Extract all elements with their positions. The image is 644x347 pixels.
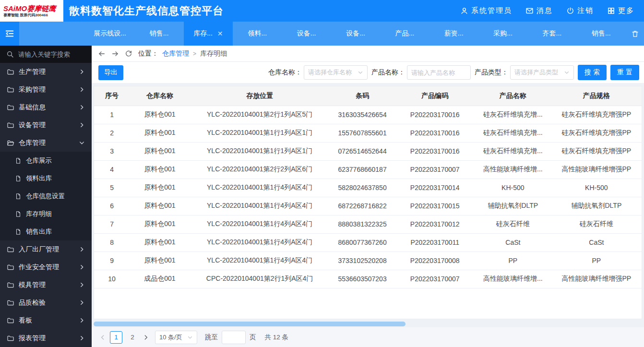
search-button[interactable]: 搜索: [578, 65, 607, 80]
chevron-right-icon: [79, 299, 85, 306]
sidebar: 生产管理采购管理基础信息设备管理仓库管理仓库展示领料出库仓库信息设置库存明细销售…: [0, 46, 92, 347]
column-header[interactable]: 产品名称: [475, 86, 551, 106]
tab-9[interactable]: 采购...: [478, 22, 527, 46]
horizontal-scrollbar-thumb[interactable]: [94, 322, 405, 326]
forward-icon[interactable]: [111, 50, 119, 58]
page-size-select[interactable]: 10 条/页: [155, 331, 197, 344]
sidebar-search[interactable]: [0, 46, 92, 63]
trash-icon: [631, 30, 639, 38]
sidebar-subitem-label: 仓库展示: [26, 156, 52, 165]
column-header[interactable]: 产品规格: [551, 86, 642, 106]
jump-page-input[interactable]: [222, 331, 246, 344]
table-cell: PP: [551, 251, 642, 270]
sidebar-item-label: 生产管理: [19, 68, 46, 76]
sidebar-subitem[interactable]: 领料出库: [0, 169, 92, 187]
table-row[interactable]: 9原料仓001YLC-20220104001第1行4列A区4门373310252…: [94, 251, 642, 270]
next-page-icon[interactable]: [143, 334, 149, 341]
product-type-select[interactable]: 请选择产品类型: [510, 65, 574, 80]
sidebar-item[interactable]: 报表管理: [0, 329, 92, 347]
folder-icon: [7, 104, 14, 111]
tab-2[interactable]: 销售...: [134, 22, 183, 46]
content-area: 位置： 仓库管理 > 库存明细 导出 仓库名称： 请选择仓库名称: [92, 46, 644, 347]
page-button-2[interactable]: 2: [126, 331, 139, 344]
sidebar-item[interactable]: 品质检验: [0, 294, 92, 311]
table-row[interactable]: 3原料仓001YLC-20220104001第1行1列A区1门072651465…: [94, 142, 642, 160]
tab-3[interactable]: 库存...✕: [184, 22, 233, 46]
page-button-1[interactable]: 1: [110, 331, 122, 344]
sidebar-item[interactable]: 仓库管理: [0, 134, 92, 152]
sidebar-subitem[interactable]: 仓库信息设置: [0, 187, 92, 205]
sidebar-search-input[interactable]: [18, 51, 85, 58]
clear-tabs-button[interactable]: [626, 22, 644, 46]
user-menu-logout[interactable]: 注销: [566, 6, 594, 15]
tab-strip: 展示线设...销售...库存...✕领料...设备...设备...产品...薪资…: [19, 22, 626, 46]
page-title: 散料数智化生产线信息管控平台: [69, 4, 224, 18]
refresh-icon[interactable]: [125, 50, 132, 58]
sidebar-subitem-label: 库存明细: [26, 210, 52, 218]
table-row[interactable]: 10成品仓001CPC-20220104001第2行1列A区4门55366035…: [94, 270, 642, 288]
product-name-filter: 产品名称：: [371, 65, 471, 80]
table-cell: 7: [94, 215, 130, 233]
table-row[interactable]: 1原料仓001YLC-20220104001第2行1列A区5门316303542…: [94, 106, 642, 124]
sidebar-item[interactable]: 采购管理: [0, 81, 92, 98]
table-row[interactable]: 5原料仓001YLC-20220104001第1行4列A区4门582802463…: [94, 179, 642, 197]
sidebar-item-label: 入厂出厂管理: [19, 245, 59, 254]
warehouse-select[interactable]: 请选择仓库名称: [304, 65, 368, 80]
table-row[interactable]: 6原料仓001YLC-20220104001第1行4列A区4门687226871…: [94, 197, 642, 215]
user-menu-messages[interactable]: 消息: [525, 6, 553, 15]
table-cell: P202203170007: [395, 160, 475, 179]
sidebar-subitem[interactable]: 销售出库: [0, 223, 92, 240]
sidebar-item[interactable]: 设备管理: [0, 116, 92, 134]
search-icon: [6, 50, 14, 58]
tab-close-icon[interactable]: ✕: [217, 30, 223, 37]
column-header[interactable]: 产品编码: [395, 86, 475, 106]
table-cell: 高性能玻璃纤维增强PP: [551, 160, 642, 179]
table-cell: KH-500: [475, 179, 551, 197]
column-header[interactable]: 仓库名称: [130, 86, 190, 106]
table-cell: 3163035426654: [330, 106, 395, 124]
sidebar-item[interactable]: 看板: [0, 311, 92, 329]
user-menu-user[interactable]: 系统管理员: [460, 6, 512, 15]
product-name-input[interactable]: [407, 65, 471, 80]
chevron-down-icon: [358, 70, 363, 75]
table-cell: YLC-20220104001第1行4列A区4门: [190, 233, 330, 251]
sidebar-item[interactable]: 基础信息: [0, 98, 92, 116]
table-row[interactable]: 2原料仓001YLC-20220104001第1行1列A区1门155760785…: [94, 124, 642, 142]
sidebar-item[interactable]: 入厂出厂管理: [0, 240, 92, 258]
table-cell: 硅灰石纤维: [551, 215, 642, 233]
table-cell: P202203170011: [395, 233, 475, 251]
column-header[interactable]: 序号: [94, 86, 130, 106]
sidebar-item-label: 模具管理: [19, 281, 46, 289]
prev-page-icon[interactable]: [99, 334, 106, 341]
tab-11[interactable]: 销售...: [577, 22, 626, 46]
table-cell: 5536603507203: [330, 270, 395, 288]
sidebar-subitem[interactable]: 库存明细: [0, 205, 92, 223]
column-header[interactable]: 条码: [330, 86, 395, 106]
tab-6[interactable]: 设备...: [331, 22, 380, 46]
tab-4[interactable]: 领料...: [233, 22, 282, 46]
sidebar-item[interactable]: 模具管理: [0, 276, 92, 294]
sidebar-item[interactable]: 作业安全管理: [0, 258, 92, 276]
sidebar-subitem[interactable]: 仓库展示: [0, 152, 92, 169]
tab-5[interactable]: 设备...: [282, 22, 331, 46]
tab-8[interactable]: 薪资...: [429, 22, 478, 46]
tab-10[interactable]: 齐套...: [527, 22, 576, 46]
reset-button[interactable]: 重置: [610, 65, 639, 80]
breadcrumb-parent-link[interactable]: 仓库管理: [162, 49, 189, 58]
table-row[interactable]: 4原料仓001YLC-20220104001第2行2列A区6门623776866…: [94, 160, 642, 179]
tab-7[interactable]: 产品...: [380, 22, 429, 46]
chevron-down-icon: [187, 335, 193, 340]
back-icon[interactable]: [98, 50, 106, 58]
table-cell: P202203170015: [395, 197, 475, 215]
table-row[interactable]: 7原料仓001YLC-20220104001第1行4列A区4门888038132…: [94, 215, 642, 233]
table-row[interactable]: 8原料仓001YLC-20220104001第1行4列A区4门868007736…: [94, 233, 642, 251]
column-header[interactable]: 存放位置: [190, 86, 330, 106]
sidebar-collapse-button[interactable]: [0, 22, 19, 46]
user-menu-more[interactable]: 更多: [607, 6, 634, 15]
tab-1[interactable]: 展示线设...: [85, 22, 134, 46]
sidebar-item-label: 作业安全管理: [19, 263, 59, 272]
sidebar-item[interactable]: 生产管理: [0, 63, 92, 81]
table-cell: 硅灰石纤维填充增强PP: [551, 106, 642, 124]
export-button[interactable]: 导出: [98, 65, 123, 80]
user-menu-label: 更多: [618, 6, 634, 15]
